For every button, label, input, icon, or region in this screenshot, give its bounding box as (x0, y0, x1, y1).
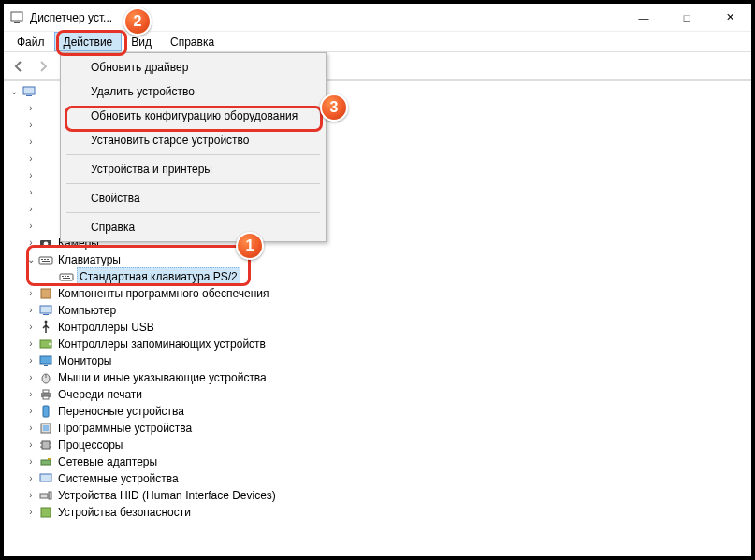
tree-item-firmware[interactable]: › Программные устройства (4, 420, 751, 437)
back-button[interactable] (7, 55, 30, 78)
svg-rect-28 (43, 390, 49, 393)
app-icon (9, 10, 24, 25)
menu-devices-printers[interactable]: Устройства и принтеры (63, 157, 324, 181)
keyboard-icon (37, 252, 54, 267)
menu-remove-device[interactable]: Удалить устройство (63, 79, 324, 104)
menu-properties[interactable]: Свойства (63, 186, 324, 210)
svg-rect-38 (41, 460, 51, 465)
menu-scan-hardware[interactable]: Обновить конфигурацию оборудования (63, 104, 324, 128)
expand-icon[interactable]: › (24, 237, 37, 250)
tree-item-system-devices[interactable]: › Системные устройства (4, 470, 751, 487)
expand-icon[interactable]: › (24, 438, 37, 452)
expand-icon[interactable]: › (24, 388, 37, 401)
svg-rect-32 (43, 425, 49, 431)
collapse-icon[interactable]: ⌄ (24, 253, 37, 266)
svg-point-22 (49, 343, 51, 345)
menubar: Файл Действие Вид Справка (4, 32, 751, 52)
expand-icon[interactable]: › (24, 287, 37, 300)
minimize-button[interactable]: — (622, 4, 665, 32)
expand-icon[interactable]: › (24, 371, 37, 384)
portable-icon (37, 404, 54, 419)
menu-update-driver[interactable]: Обновить драйвер (63, 55, 324, 79)
usb-icon (37, 320, 54, 335)
forward-button[interactable] (32, 55, 54, 78)
expand-icon[interactable]: › (24, 422, 37, 435)
storage-icon (37, 337, 54, 352)
tree-item-processors[interactable]: › Процессоры (4, 437, 751, 453)
svg-rect-17 (41, 289, 51, 298)
tree-item-usb-controllers[interactable]: › Контроллеры USB (4, 319, 751, 336)
expand-icon[interactable]: › (24, 506, 37, 519)
expand-icon[interactable]: › (24, 405, 37, 418)
expand-icon[interactable]: ⌄ (7, 85, 21, 98)
security-icon (37, 505, 54, 520)
close-button[interactable]: ✕ (708, 4, 751, 32)
action-menu-dropdown: Обновить драйвер Удалить устройство Обно… (60, 52, 327, 242)
maximize-button[interactable]: □ (665, 4, 708, 32)
tree-item-software-components[interactable]: › Компоненты программного обеспечения (4, 285, 751, 302)
svg-rect-11 (42, 261, 50, 262)
svg-rect-9 (44, 259, 46, 260)
svg-rect-0 (11, 12, 22, 21)
tree-item-print-queues[interactable]: › Очереди печати (4, 386, 751, 403)
computer-icon (21, 84, 37, 99)
svg-point-6 (44, 242, 49, 247)
expand-icon[interactable]: › (24, 455, 37, 468)
tree-item-computer[interactable]: › Компьютер (4, 302, 751, 319)
svg-rect-29 (43, 396, 49, 399)
svg-rect-13 (62, 276, 64, 277)
camera-icon (37, 236, 54, 251)
tree-item-storage-controllers[interactable]: › Контроллеры запоминающих устройств (4, 336, 751, 352)
expand-icon[interactable]: › (24, 489, 37, 502)
tree-item-ps2-keyboard[interactable]: Стандартная клавиатура PS/2 (4, 268, 751, 285)
titlebar: Диспетчер уст... — □ ✕ (4, 4, 751, 32)
menu-action[interactable]: Действие (54, 32, 123, 51)
svg-rect-33 (42, 441, 50, 449)
svg-rect-14 (65, 276, 66, 277)
svg-rect-15 (67, 276, 69, 277)
expand-icon[interactable]: › (24, 337, 37, 351)
tree-item-network-adapters[interactable]: › Сетевые адаптеры (4, 453, 751, 470)
menu-help[interactable]: Справка (161, 32, 224, 51)
svg-rect-4 (26, 95, 32, 96)
svg-rect-1 (14, 22, 20, 23)
svg-rect-30 (43, 406, 49, 417)
svg-rect-23 (40, 356, 51, 364)
tree-item-portable-devices[interactable]: › Переносные устройства (4, 403, 751, 420)
menu-separator (66, 154, 320, 155)
monitor-icon (37, 353, 54, 368)
tree-item-mice[interactable]: › Мыши и иные указывающие устройства (4, 369, 751, 386)
tree-item-keyboards[interactable]: ⌄ Клавиатуры (4, 251, 751, 268)
menu-file[interactable]: Файл (7, 32, 54, 51)
svg-rect-24 (44, 365, 48, 366)
svg-rect-19 (43, 314, 49, 315)
expand-icon[interactable]: › (24, 321, 37, 334)
computer-icon (37, 303, 54, 318)
svg-rect-16 (63, 278, 70, 279)
device-manager-window: Диспетчер уст... — □ ✕ Файл Действие Вид… (4, 4, 751, 556)
tree-item-monitors[interactable]: › Мониторы (4, 352, 751, 369)
firmware-icon (37, 421, 54, 436)
printer-icon (37, 387, 54, 402)
svg-rect-40 (40, 474, 51, 481)
tree-item-security-devices[interactable]: › Устройства безопасности (4, 504, 751, 521)
svg-rect-12 (60, 274, 73, 280)
svg-rect-41 (40, 494, 48, 498)
cpu-icon (37, 438, 54, 452)
expand-icon[interactable]: › (24, 304, 37, 317)
menu-separator (66, 212, 320, 213)
menu-add-legacy[interactable]: Установить старое устройство (63, 128, 324, 152)
expand-icon[interactable]: › (24, 472, 37, 485)
menu-separator (66, 183, 320, 184)
component-icon (37, 286, 54, 301)
menu-view[interactable]: Вид (122, 32, 161, 51)
svg-rect-10 (47, 259, 49, 260)
menu-help-item[interactable]: Справка (63, 215, 324, 239)
svg-point-20 (45, 321, 48, 323)
svg-rect-7 (39, 257, 52, 264)
svg-rect-3 (23, 87, 35, 94)
svg-rect-18 (40, 306, 51, 313)
svg-rect-39 (48, 458, 51, 460)
tree-item-hid[interactable]: › Устройства HID (Human Interface Device… (4, 487, 751, 504)
expand-icon[interactable]: › (24, 354, 37, 367)
